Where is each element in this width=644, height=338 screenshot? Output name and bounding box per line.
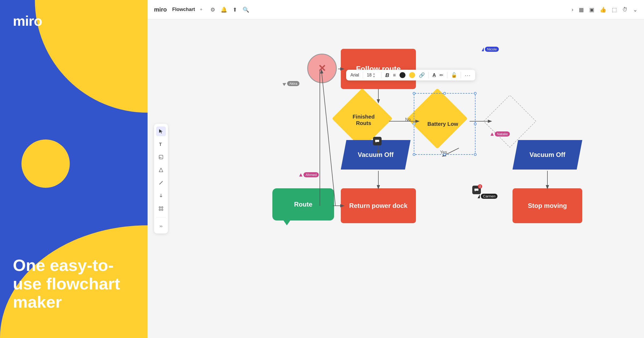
- carmen-cursor-icon: [478, 194, 480, 198]
- svg-line-8: [321, 70, 335, 206]
- comment-badge-1[interactable]: [373, 137, 382, 145]
- sel-dot-br[interactable]: [474, 153, 477, 156]
- timer-icon[interactable]: ⏱: [622, 6, 628, 13]
- link-icon[interactable]: 🔗: [419, 72, 425, 78]
- sep4: [447, 72, 447, 78]
- export-icon[interactable]: ⬚: [612, 6, 617, 13]
- canvas-area[interactable]: T ›› Arial 18: [148, 19, 644, 338]
- nicole-cursor-label: Nicole: [485, 47, 499, 52]
- yellow-circle-decoration: [21, 139, 70, 188]
- format-toolbar: Arial 18 ▲ ▼ B ≡ 🔗 A ✏ 🔓 ···: [346, 70, 475, 80]
- present-icon[interactable]: ▣: [589, 6, 594, 13]
- right-panel: miro Flowchart ✦ ⚙ 🔔 ⬆ 🔍 › ▦ ▣ 👍 ⬚ ⏱ ⌄ T: [148, 0, 644, 338]
- svg-rect-1: [159, 155, 163, 159]
- sel-dot-mr[interactable]: [474, 123, 477, 125]
- finished-routs-node[interactable]: Finished Routs: [341, 97, 386, 143]
- sel-dot-bc[interactable]: [443, 153, 446, 156]
- settings-icon[interactable]: ⚙: [210, 6, 215, 13]
- thumb-up-icon[interactable]: 👍: [600, 6, 606, 13]
- top-bar-tools: ⚙ 🔔 ⬆ 🔍: [210, 6, 249, 13]
- battery-low-selection: [414, 93, 475, 155]
- pen-tool[interactable]: [156, 178, 166, 188]
- carmen-cursor-label: Carmen: [481, 194, 497, 199]
- left-toolbar: T ››: [154, 124, 168, 234]
- comment-badge-notif[interactable]: 2: [472, 186, 481, 194]
- notif-dot: 2: [478, 184, 482, 189]
- top-bar-logo: miro: [154, 6, 167, 13]
- toolbar-divider: [156, 217, 166, 218]
- text-color-black[interactable]: [400, 72, 405, 78]
- font-size-up[interactable]: ▲: [373, 72, 375, 75]
- more-tools[interactable]: ››: [156, 221, 166, 231]
- sel-dot-tl[interactable]: [413, 92, 415, 95]
- font-size-control[interactable]: 18 ▲ ▼: [367, 72, 378, 78]
- route-node[interactable]: Route: [272, 188, 334, 223]
- strikethrough-icon[interactable]: ✏: [440, 72, 443, 78]
- sel-dot-bl[interactable]: [413, 153, 415, 156]
- text-color-yellow[interactable]: [409, 72, 415, 78]
- cursor-akira: ▶ Akira: [283, 81, 299, 86]
- format-more-button[interactable]: ···: [465, 72, 471, 78]
- board-name[interactable]: Flowchart: [172, 7, 195, 12]
- return-power-dock-node[interactable]: Return power dock: [341, 188, 416, 223]
- top-bar-right: › ▦ ▣ 👍 ⬚ ⏱ ⌄: [572, 6, 638, 13]
- frame-tool[interactable]: [156, 204, 166, 214]
- svg-line-3: [159, 181, 163, 185]
- chevron-right-icon[interactable]: ›: [572, 6, 573, 13]
- svg-rect-4: [159, 207, 160, 208]
- left-panel: miro One easy-to-use flowchart maker: [0, 0, 148, 338]
- sep1: [363, 72, 363, 78]
- no-label: No: [405, 117, 411, 122]
- tagline: One easy-to-use flowchart maker: [13, 256, 120, 311]
- search-icon[interactable]: 🔍: [243, 6, 249, 13]
- circle-x-node[interactable]: [307, 54, 337, 83]
- align-button[interactable]: ≡: [393, 72, 396, 78]
- share-icon[interactable]: ⬆: [233, 6, 237, 13]
- cursor-natalie: Natalie: [491, 131, 510, 137]
- top-bar: miro Flowchart ✦ ⚙ 🔔 ⬆ 🔍 › ▦ ▣ 👍 ⬚ ⏱ ⌄: [148, 0, 644, 19]
- follow-route-node[interactable]: Follow route: [341, 49, 416, 89]
- table-icon[interactable]: ▦: [579, 6, 584, 13]
- font-selector[interactable]: Arial: [350, 73, 359, 78]
- vacuum-off-right-node[interactable]: Vacuum Off: [513, 140, 582, 170]
- arrow-tool[interactable]: [156, 191, 166, 201]
- sel-dot-tc[interactable]: [443, 92, 446, 95]
- sel-dot-tr[interactable]: [474, 92, 477, 95]
- svg-text:T: T: [159, 142, 162, 147]
- ahmed-cursor-label: Ahmed: [303, 172, 319, 177]
- bell-icon[interactable]: 🔔: [221, 6, 227, 13]
- sep3: [429, 72, 429, 78]
- chevron-down-icon[interactable]: ⌄: [633, 6, 638, 13]
- svg-rect-6: [159, 209, 160, 211]
- text-tool[interactable]: T: [156, 139, 166, 149]
- svg-rect-7: [162, 209, 163, 211]
- finished-routs-label: Finished Routs: [347, 113, 380, 126]
- ahmed-cursor-icon: [299, 173, 302, 177]
- bg-yellow-top: [35, 0, 148, 113]
- board-star-icon[interactable]: ✦: [199, 7, 203, 12]
- natalie-cursor-icon: [491, 133, 494, 136]
- speech-bubble: Route: [272, 188, 334, 221]
- cursor-carmen: Carmen: [478, 194, 497, 199]
- cursor-tool[interactable]: [156, 127, 166, 136]
- circle-x-inner: [307, 54, 337, 83]
- sep5: [461, 72, 461, 78]
- svg-rect-5: [162, 207, 163, 208]
- cursor-nicole: Nicole: [482, 47, 499, 52]
- akira-cursor-label: Akira: [287, 81, 299, 86]
- stop-moving-node[interactable]: Stop moving: [513, 188, 582, 223]
- bold-button[interactable]: B: [385, 72, 389, 78]
- sticky-note-tool[interactable]: [156, 152, 166, 162]
- sel-dot-ml[interactable]: [413, 123, 415, 125]
- shape-tool[interactable]: [156, 165, 166, 175]
- nicole-cursor-icon: [482, 47, 484, 51]
- miro-logo: miro: [13, 13, 42, 29]
- akira-cursor-icon: ▶: [282, 80, 287, 86]
- lock-icon[interactable]: 🔓: [451, 72, 457, 78]
- underline-icon[interactable]: A: [433, 72, 436, 78]
- cursor-ahmed: Ahmed: [299, 172, 319, 177]
- sep2: [381, 72, 382, 78]
- diamond-dashed: [483, 95, 536, 148]
- font-size-down[interactable]: ▼: [373, 75, 375, 78]
- natalie-cursor-label: Natalie: [495, 131, 510, 137]
